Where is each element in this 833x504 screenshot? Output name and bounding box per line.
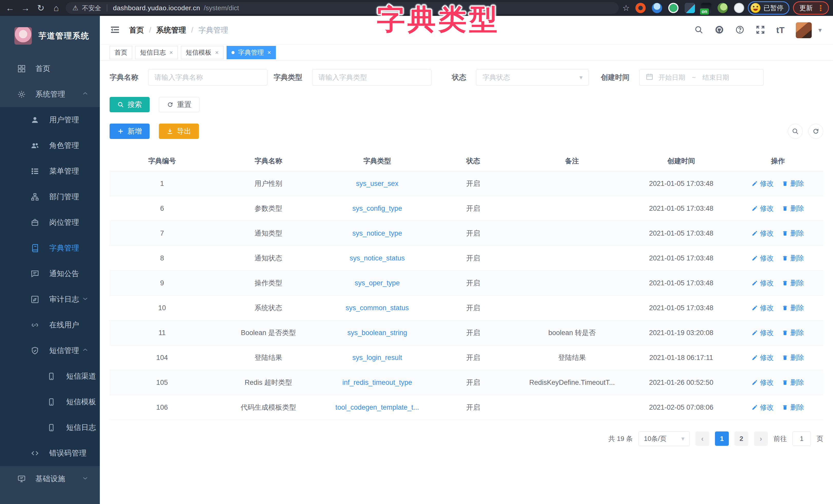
tab-1[interactable]: 短信日志× bbox=[135, 46, 178, 59]
sidebar-item-9[interactable]: 审计日志 bbox=[0, 286, 100, 312]
avatar-caret-icon[interactable]: ▾ bbox=[818, 26, 822, 34]
sidebar-item-5[interactable]: 部门管理 bbox=[0, 184, 100, 210]
dict-type-input[interactable] bbox=[318, 74, 425, 81]
sidebar-item-2[interactable]: 用户管理 bbox=[0, 107, 100, 133]
table-row: 106代码生成模板类型tool_codegen_template_t...开启2… bbox=[110, 395, 823, 420]
dict-type-link[interactable]: sys_boolean_string bbox=[348, 329, 407, 336]
sidebar-item-0[interactable]: 首页 bbox=[0, 56, 100, 81]
delete-button[interactable]: 删除 bbox=[782, 303, 804, 312]
tab-2[interactable]: 短信模板× bbox=[181, 46, 223, 59]
status-select[interactable]: 字典状态 ▾ bbox=[476, 69, 589, 85]
dict-type-link[interactable]: tool_codegen_template_t... bbox=[335, 404, 419, 411]
sidebar-item-6[interactable]: 岗位管理 bbox=[0, 210, 100, 235]
edit-button[interactable]: 修改 bbox=[752, 328, 774, 337]
dark-extension-icon[interactable]: on bbox=[701, 3, 711, 13]
edit-button[interactable]: 修改 bbox=[752, 179, 774, 188]
address-bar[interactable]: ⚠ 不安全 dashboard.yudao.iocoder.cn /system… bbox=[66, 2, 619, 14]
dict-type-link[interactable]: inf_redis_timeout_type bbox=[342, 379, 412, 386]
add-button[interactable]: 新增 bbox=[110, 124, 150, 139]
delete-button[interactable]: 删除 bbox=[782, 254, 804, 263]
page-size-select[interactable]: 10条/页 ▾ bbox=[639, 431, 690, 446]
sidebar-toggle-icon[interactable] bbox=[110, 24, 120, 36]
edit-button[interactable]: 修改 bbox=[752, 278, 774, 287]
blue-light-extension-icon[interactable] bbox=[652, 3, 662, 13]
browser-menu-icon[interactable]: ⋮ bbox=[817, 4, 825, 12]
fullscreen-icon[interactable] bbox=[756, 25, 765, 35]
browser-update-button[interactable]: 更新 ⋮ bbox=[793, 1, 829, 15]
sidebar-item-15[interactable]: 错误码管理 bbox=[0, 440, 100, 466]
paused-extension-pill[interactable]: 已暂停 bbox=[748, 1, 789, 15]
close-tab-icon[interactable]: × bbox=[267, 49, 271, 56]
close-tab-icon[interactable]: × bbox=[169, 49, 173, 56]
delete-button[interactable]: 删除 bbox=[782, 229, 804, 238]
sidebar-item-10[interactable]: 在线用户 bbox=[0, 312, 100, 338]
dict-type-link[interactable]: sys_config_type bbox=[352, 205, 402, 212]
sidebar-item-11[interactable]: 短信管理 bbox=[0, 338, 100, 363]
close-tab-icon[interactable]: × bbox=[215, 49, 219, 56]
github-icon[interactable] bbox=[715, 25, 724, 35]
edit-button[interactable]: 修改 bbox=[752, 353, 774, 362]
dict-type-link[interactable]: sys_user_sex bbox=[356, 180, 398, 187]
delete-button[interactable]: 删除 bbox=[782, 353, 804, 362]
delete-button[interactable]: 删除 bbox=[782, 328, 804, 337]
bookmark-star-icon[interactable]: ☆ bbox=[622, 3, 630, 13]
sidebar-item-4[interactable]: 菜单管理 bbox=[0, 158, 100, 184]
tab-3[interactable]: 字典管理× bbox=[227, 46, 276, 59]
edit-button[interactable]: 修改 bbox=[752, 229, 774, 238]
cell-dict-name: Redis 超时类型 bbox=[215, 378, 322, 387]
tab-0[interactable]: 首页 bbox=[110, 46, 132, 59]
date-range-picker[interactable]: 开始日期 ~ 结束日期 bbox=[639, 69, 764, 85]
delete-button[interactable]: 删除 bbox=[782, 179, 804, 188]
on-badge: on bbox=[700, 8, 709, 15]
help-icon[interactable] bbox=[735, 25, 744, 35]
vue-devtools-icon[interactable] bbox=[668, 3, 679, 13]
dict-type-link[interactable]: sys_oper_type bbox=[355, 279, 400, 287]
back-icon[interactable]: ← bbox=[4, 2, 16, 14]
dict-type-link[interactable]: sys_login_result bbox=[352, 354, 402, 361]
table-search-toggle-button[interactable] bbox=[788, 124, 803, 139]
edit-button[interactable]: 修改 bbox=[752, 204, 774, 213]
sidebar-item-14[interactable]: 短信日志 bbox=[0, 415, 100, 440]
chevron-up-icon bbox=[82, 347, 89, 355]
home-icon[interactable]: ⌂ bbox=[50, 2, 62, 14]
delete-button[interactable]: 删除 bbox=[782, 204, 804, 213]
breadcrumb-item-0[interactable]: 首页 bbox=[129, 25, 144, 35]
sidebar-item-3[interactable]: 角色管理 bbox=[0, 133, 100, 158]
edit-button[interactable]: 修改 bbox=[752, 254, 774, 263]
edit-button[interactable]: 修改 bbox=[752, 303, 774, 312]
breadcrumb-item-1[interactable]: 系统管理 bbox=[156, 25, 186, 35]
reset-button[interactable]: 重置 bbox=[159, 97, 199, 112]
reload-icon[interactable]: ↻ bbox=[35, 2, 47, 14]
edit-button[interactable]: 修改 bbox=[752, 378, 774, 387]
dict-name-input[interactable] bbox=[154, 74, 261, 81]
puzzle-extension-icon[interactable] bbox=[734, 3, 744, 13]
font-size-icon[interactable]: tT bbox=[776, 25, 785, 35]
green-extension-icon[interactable] bbox=[717, 3, 728, 13]
sidebar-item-1[interactable]: 系统管理 bbox=[0, 81, 100, 107]
forward-icon[interactable]: → bbox=[20, 2, 31, 14]
dict-type-link[interactable]: sys_notice_status bbox=[350, 254, 405, 262]
delete-button[interactable]: 删除 bbox=[782, 278, 804, 287]
cyan-extension-icon[interactable] bbox=[685, 3, 695, 13]
table-refresh-button[interactable] bbox=[808, 124, 823, 139]
delete-button[interactable]: 删除 bbox=[782, 378, 804, 387]
page-button-1[interactable]: 1 bbox=[715, 431, 729, 446]
header-search-icon[interactable] bbox=[694, 25, 704, 35]
goto-page-input[interactable] bbox=[792, 431, 811, 446]
edit-button[interactable]: 修改 bbox=[752, 403, 774, 412]
sidebar-item-7[interactable]: 字典管理 bbox=[0, 235, 100, 261]
delete-button[interactable]: 删除 bbox=[782, 403, 804, 412]
export-button[interactable]: 导出 bbox=[159, 124, 199, 139]
search-button[interactable]: 搜索 bbox=[110, 97, 150, 112]
sidebar-item-16[interactable]: 基础设施 bbox=[0, 466, 100, 492]
sidebar-item-8[interactable]: 通知公告 bbox=[0, 261, 100, 286]
user-avatar[interactable] bbox=[796, 22, 812, 38]
sidebar-item-12[interactable]: 短信渠道 bbox=[0, 363, 100, 389]
sidebar-item-13[interactable]: 短信模板 bbox=[0, 389, 100, 415]
dict-type-link[interactable]: sys_common_status bbox=[346, 304, 409, 312]
page-button-2[interactable]: 2 bbox=[735, 431, 748, 446]
prev-page-button[interactable]: ‹ bbox=[695, 431, 709, 446]
dict-type-link[interactable]: sys_notice_type bbox=[352, 229, 402, 237]
orange-extension-icon[interactable] bbox=[636, 3, 646, 13]
next-page-button[interactable]: › bbox=[754, 431, 768, 446]
